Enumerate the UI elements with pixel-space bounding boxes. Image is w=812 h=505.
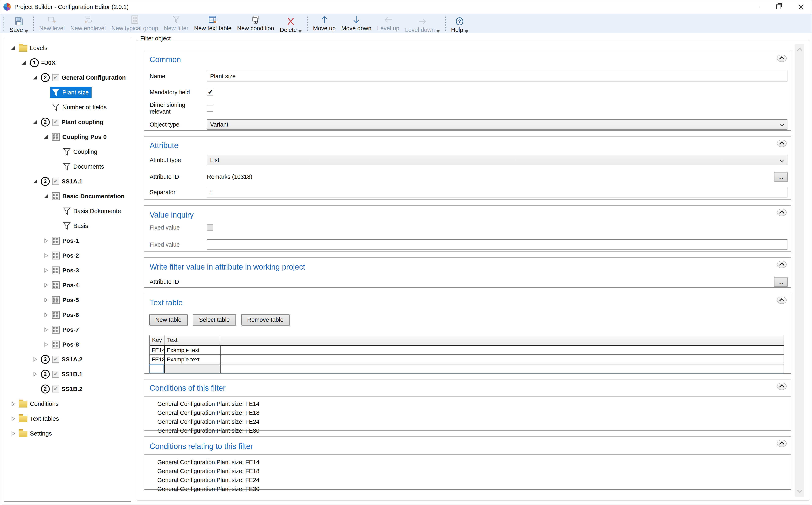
tree-node[interactable]: 2 SS1A.2: [39, 354, 85, 365]
mandatory-field-checkbox[interactable]: [207, 89, 213, 96]
table-row[interactable]: FE14 Example text: [150, 345, 784, 354]
level-down-button[interactable]: Level down: [402, 14, 443, 33]
tree-node[interactable]: Documents: [61, 161, 107, 172]
tree-node[interactable]: Coupling Pos 0: [50, 132, 109, 142]
tree-node[interactable]: Text tables: [17, 414, 62, 424]
expander-icon[interactable]: [10, 45, 16, 50]
expander-icon[interactable]: [31, 357, 38, 362]
tree-node[interactable]: 2 SS1A.1: [39, 176, 85, 187]
tree-item[interactable]: Coupling: [4, 144, 131, 159]
expander-icon[interactable]: [42, 134, 49, 140]
tree-item[interactable]: 2 SS1A.2: [4, 352, 131, 367]
expander-icon[interactable]: [31, 371, 38, 377]
delete-button[interactable]: Delete: [277, 14, 304, 33]
tree-item[interactable]: Text tables: [4, 411, 131, 426]
attribute-id-browse-button[interactable]: ...: [774, 172, 787, 181]
tree-node[interactable]: Pos-5: [50, 295, 82, 305]
new-endlevel-button[interactable]: New endlevel: [68, 14, 108, 33]
tree-item[interactable]: Levels: [4, 40, 131, 55]
grid-header-text[interactable]: Text: [165, 335, 221, 345]
tree-item[interactable]: Pos-5: [4, 293, 131, 307]
condition-item[interactable]: General Configuration Plant size: FE24: [157, 417, 791, 426]
tree-item[interactable]: Documents: [4, 159, 131, 174]
tree-item[interactable]: 2 Plant coupling: [4, 115, 131, 129]
new-typical-group-button[interactable]: New typical group: [108, 14, 161, 33]
collapse-common-button[interactable]: [777, 55, 787, 62]
condition-item[interactable]: General Configuration Plant size: FE14: [157, 458, 791, 467]
dropdown-arrow-icon[interactable]: [25, 30, 28, 33]
collapse-text-table-button[interactable]: [777, 297, 787, 304]
table-new-cell-key[interactable]: [150, 364, 165, 373]
close-button[interactable]: [790, 0, 812, 14]
expander-icon[interactable]: [42, 268, 49, 273]
minimize-button[interactable]: [745, 0, 768, 14]
condition-item[interactable]: General Configuration Plant size: FE18: [157, 408, 791, 417]
table-cell-text[interactable]: Example text: [165, 355, 221, 364]
tree-node[interactable]: Pos-7: [50, 324, 82, 335]
tree-item[interactable]: Settings: [4, 426, 131, 441]
tree-node[interactable]: 2 SS1B.1: [39, 368, 85, 380]
expander-icon[interactable]: [42, 342, 49, 347]
new-condition-button[interactable]: New condition: [234, 14, 277, 33]
expander-icon[interactable]: [31, 75, 38, 80]
tree-checkbox[interactable]: [52, 178, 59, 185]
expander-icon[interactable]: [53, 149, 60, 154]
restore-button[interactable]: [768, 0, 790, 14]
table-new-row[interactable]: [150, 364, 784, 373]
tree-node[interactable]: Basis Dokumente: [61, 206, 124, 216]
expander-icon[interactable]: [10, 416, 16, 421]
dropdown-arrow-icon[interactable]: [437, 30, 440, 33]
tree-node[interactable]: 2 General Configuration: [39, 72, 129, 83]
tree-item[interactable]: 1 =J0X: [4, 55, 131, 70]
collapse-conditions-relating-button[interactable]: [777, 440, 787, 447]
tree-node[interactable]: Pos-8: [50, 339, 82, 350]
expander-icon[interactable]: [20, 60, 27, 65]
dropdown-arrow-icon[interactable]: [298, 30, 302, 33]
expander-icon[interactable]: [31, 386, 38, 392]
attribut-type-select[interactable]: List: [207, 155, 787, 165]
tree-node[interactable]: Pos-2: [50, 250, 82, 261]
tree-node[interactable]: 2 Plant coupling: [39, 117, 106, 128]
expander-icon[interactable]: [42, 238, 49, 243]
condition-item[interactable]: General Configuration Plant size: FE18: [157, 467, 791, 476]
table-cell-text[interactable]: Example text: [165, 346, 221, 354]
table-cell-key[interactable]: FE14: [150, 346, 165, 354]
new-filter-button[interactable]: New filter: [161, 14, 191, 33]
expander-icon[interactable]: [10, 431, 16, 436]
expander-icon[interactable]: [42, 253, 49, 258]
save-button[interactable]: Save: [7, 14, 31, 33]
tree-item[interactable]: 2 General Configuration: [4, 70, 131, 85]
vertical-scrollbar[interactable]: [795, 44, 804, 497]
expander-icon[interactable]: [42, 297, 49, 303]
tree-node[interactable]: Levels: [17, 43, 50, 53]
tree-item[interactable]: Conditions: [4, 396, 131, 411]
move-up-button[interactable]: Move up: [310, 14, 338, 33]
tree-item[interactable]: Pos-8: [4, 337, 131, 352]
new-table-button[interactable]: New table: [149, 315, 188, 325]
tree-item[interactable]: Coupling Pos 0: [4, 129, 131, 144]
tree-item[interactable]: Pos-2: [4, 248, 131, 263]
expander-icon[interactable]: [53, 208, 60, 214]
table-row[interactable]: FE18 Example text: [150, 354, 784, 364]
expander-icon[interactable]: [42, 283, 49, 288]
tree-item[interactable]: Basis Dokumente: [4, 203, 131, 218]
condition-item[interactable]: General Configuration Plant size: FE14: [157, 399, 791, 408]
separator-input[interactable]: [207, 187, 787, 197]
collapse-attribute-button[interactable]: [777, 140, 787, 147]
expander-icon[interactable]: [53, 223, 60, 228]
expander-icon[interactable]: [42, 90, 49, 95]
tree-item[interactable]: Pos-4: [4, 278, 131, 293]
tree-item[interactable]: Plant size: [4, 85, 131, 100]
tree-node[interactable]: 1 =J0X: [28, 57, 58, 68]
tree-node[interactable]: Pos-1: [50, 235, 82, 246]
tree-node[interactable]: Coupling: [61, 147, 100, 157]
tree-item[interactable]: 2 SS1B.1: [4, 367, 131, 381]
tree-item[interactable]: Pos-1: [4, 233, 131, 248]
tree-item[interactable]: Basic Documentation: [4, 189, 131, 203]
grid-header-key[interactable]: Key: [150, 335, 165, 345]
new-level-button[interactable]: New level: [36, 14, 68, 33]
condition-item[interactable]: General Configuration Plant size: FE30: [157, 426, 791, 435]
tree-node[interactable]: Basis: [61, 221, 91, 231]
tree-node[interactable]: Pos-3: [50, 265, 82, 276]
expander-icon[interactable]: [53, 164, 60, 169]
